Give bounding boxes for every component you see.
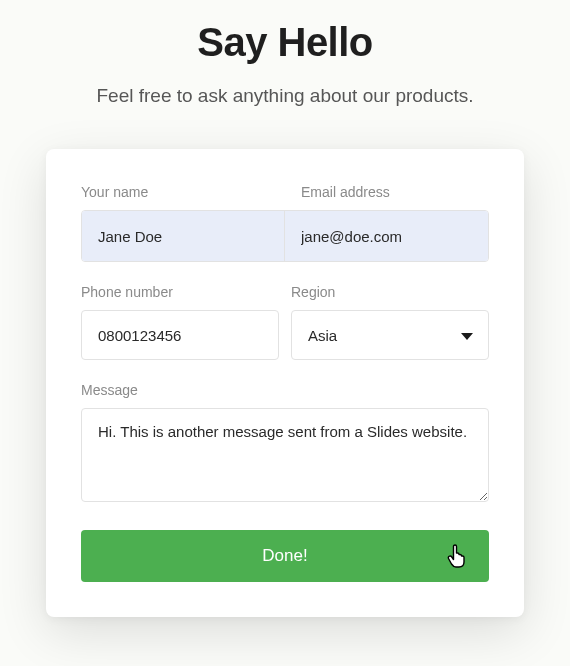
email-input[interactable] bbox=[285, 211, 488, 261]
message-textarea[interactable]: Hi. This is another message sent from a … bbox=[81, 408, 489, 502]
region-label: Region bbox=[291, 284, 489, 300]
region-select[interactable]: Asia bbox=[291, 310, 489, 360]
phone-input[interactable] bbox=[81, 310, 279, 360]
page-subtitle: Feel free to ask anything about our prod… bbox=[0, 85, 570, 107]
email-label: Email address bbox=[285, 184, 489, 200]
name-input[interactable] bbox=[82, 211, 285, 261]
page-title: Say Hello bbox=[0, 20, 570, 65]
submit-button[interactable]: Done! bbox=[81, 530, 489, 582]
phone-label: Phone number bbox=[81, 284, 279, 300]
contact-form-card: Your name Email address Phone number Reg… bbox=[46, 149, 524, 617]
name-label: Your name bbox=[81, 184, 285, 200]
message-label: Message bbox=[81, 382, 489, 398]
